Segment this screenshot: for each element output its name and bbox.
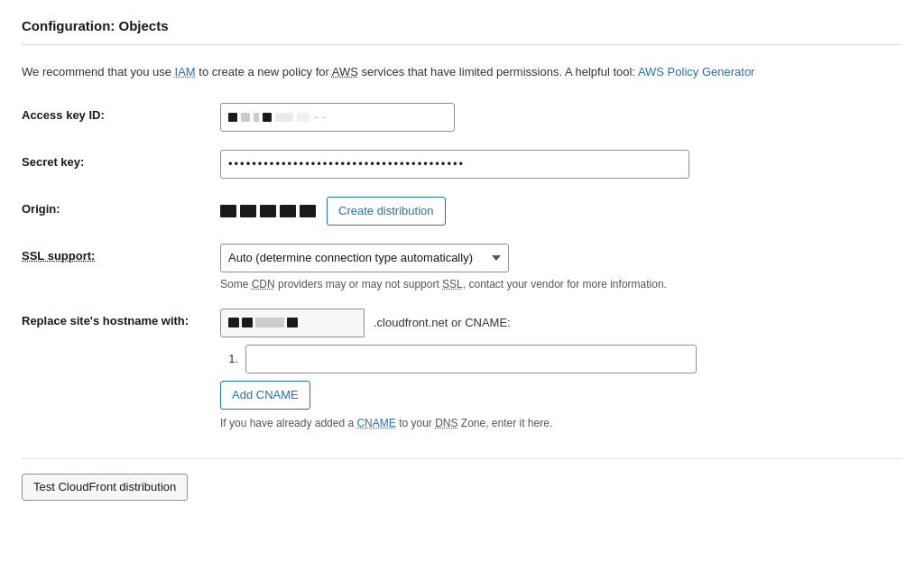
- footer: Test CloudFront distribution: [22, 458, 902, 501]
- h-block-3: [255, 318, 284, 327]
- hostname-masked-box: [220, 309, 365, 337]
- key-block-6: [297, 113, 310, 122]
- key-dash: - -: [315, 110, 326, 124]
- cname-number-1: 1.: [220, 352, 238, 365]
- aws-policy-generator-link[interactable]: AWS Policy Generator: [638, 65, 755, 78]
- ssl-select[interactable]: Auto (determine connection type automati…: [220, 244, 509, 272]
- key-block-5: [275, 113, 293, 122]
- h-block-4: [287, 318, 298, 327]
- page-title: Configuration: Objects: [22, 18, 902, 45]
- secret-key-input[interactable]: [220, 150, 689, 179]
- key-block-2: [241, 113, 250, 122]
- origin-row: Origin: Create distribution: [22, 197, 902, 226]
- origin-masked: [220, 205, 316, 217]
- origin-block-3: [260, 205, 276, 217]
- access-key-control: - -: [220, 103, 902, 132]
- secret-key-row: Secret key:: [22, 150, 902, 179]
- page-container: Configuration: Objects We recommend that…: [0, 0, 924, 581]
- hostname-label: Replace site's hostname with:: [22, 309, 220, 327]
- key-block-4: [263, 113, 272, 122]
- access-key-masked-display: - -: [220, 103, 455, 132]
- key-block-3: [254, 113, 259, 122]
- hostname-input-row: .cloudfront.net or CNAME:: [220, 309, 902, 337]
- cname-item-1: 1.: [220, 345, 902, 374]
- add-cname-button[interactable]: Add CNAME: [220, 381, 310, 410]
- cname-list: 1.: [220, 345, 902, 374]
- h-block-2: [242, 318, 253, 327]
- ssl-label: SSL support:: [22, 244, 220, 263]
- access-key-label: Access key ID:: [22, 103, 220, 122]
- origin-control: Create distribution: [220, 197, 902, 226]
- ssl-help-text: Some CDN providers may or may not suppor…: [220, 278, 902, 290]
- origin-block-2: [240, 205, 256, 217]
- cname-link[interactable]: CNAME: [356, 417, 395, 429]
- key-block-1: [228, 113, 237, 122]
- dns-text: DNS: [435, 417, 457, 429]
- create-distribution-button[interactable]: Create distribution: [327, 197, 446, 226]
- hostname-masked-blocks: [228, 318, 298, 327]
- ssl-text: SSL: [442, 278, 463, 290]
- secret-key-control: [220, 150, 902, 179]
- hostname-control: .cloudfront.net or CNAME: 1. Add CNAME I…: [220, 309, 902, 429]
- hostname-row: Replace site's hostname with: .cloudfron…: [22, 309, 902, 429]
- ssl-support-row: SSL support: Auto (determine connection …: [22, 244, 902, 290]
- info-text: We recommend that you use IAM to create …: [22, 63, 902, 81]
- origin-label: Origin:: [22, 197, 220, 216]
- origin-block-1: [220, 205, 236, 217]
- ssl-control: Auto (determine connection type automati…: [220, 244, 902, 290]
- origin-block-5: [300, 205, 316, 217]
- origin-block-4: [280, 205, 296, 217]
- cname-input-1[interactable]: [245, 345, 697, 374]
- iam-link[interactable]: IAM: [175, 65, 196, 78]
- cloudfront-suffix: .cloudfront.net or CNAME:: [374, 316, 511, 329]
- cname-help-text: If you have already added a CNAME to you…: [220, 417, 902, 429]
- cdn-text: CDN: [252, 278, 275, 290]
- access-key-row: Access key ID: - -: [22, 103, 902, 132]
- h-block-1: [228, 318, 239, 327]
- secret-key-label: Secret key:: [22, 150, 220, 169]
- test-cloudfront-button[interactable]: Test CloudFront distribution: [22, 474, 188, 501]
